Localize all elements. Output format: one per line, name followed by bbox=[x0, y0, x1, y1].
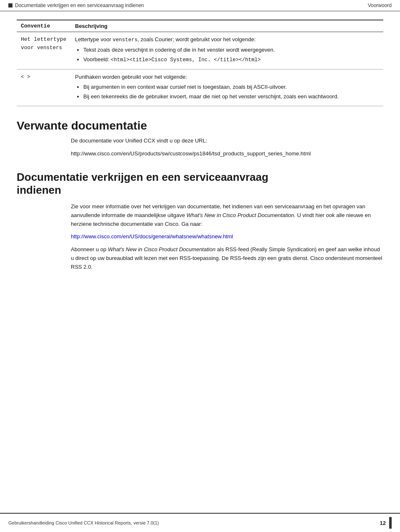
heading-line1: Documentatie verkrijgen en een serviceaa… bbox=[17, 171, 268, 183]
breadcrumb: Documentatie verkrijgen en een serviceaa… bbox=[15, 2, 144, 8]
heading-line2: indienen bbox=[17, 184, 61, 196]
convention-monospace-1: vensters bbox=[37, 45, 62, 51]
header-right-label: Voorwoord bbox=[368, 2, 392, 8]
list-item: Tekst zoals deze verschijnt in codering … bbox=[83, 46, 379, 54]
footer-page-number: 12 bbox=[380, 520, 386, 526]
bullet-list-1: Tekst zoals deze verschijnt in codering … bbox=[83, 46, 379, 64]
para2-before: Abonneer u op bbox=[71, 246, 108, 252]
list-item: Bij een tekenreeks die de gebruiker invo… bbox=[83, 92, 379, 101]
verwante-intro: De documentatie voor Unified CCX vindt u… bbox=[71, 137, 383, 145]
documentatie-link2: http://www.cisco.com/en/US/docs/general/… bbox=[71, 232, 383, 241]
top-header: Documentatie verkrijgen en een serviceaa… bbox=[0, 0, 400, 11]
section-documentatie: Documentatie verkrijgen en een serviceaa… bbox=[17, 171, 383, 272]
convention-label-1: Het lettertype voor vensters bbox=[21, 36, 66, 51]
list-item: Bij argumenten in een context waar cursi… bbox=[83, 83, 379, 91]
table-header-convention: Conventie bbox=[17, 20, 71, 32]
description-cell-1: Lettertype voor vensters, zoals Courier;… bbox=[71, 32, 383, 70]
description-intro-2: Punthaken worden gebruikt voor het volge… bbox=[75, 74, 187, 80]
bullet-list-2: Bij argumenten in een context waar cursi… bbox=[83, 83, 379, 101]
footer-label: Gebruikershandleiding Cisco Unified CCX … bbox=[8, 520, 159, 525]
convention-table: Conventie Beschrijving Het lettertype vo… bbox=[17, 20, 383, 106]
section-verwante: Verwante documentatie De documentatie vo… bbox=[17, 119, 383, 158]
footer: Gebruikershandleiding Cisco Unified CCX … bbox=[0, 513, 400, 532]
documentatie-body: Zie voor meer informatie over het verkri… bbox=[71, 202, 383, 272]
convention-cell-2: < > bbox=[17, 70, 71, 106]
documentatie-paragraph1: Zie voor meer informatie over het verkri… bbox=[71, 202, 383, 228]
list-item: Voorbeeld: <html><title>Cisco Systems, I… bbox=[83, 55, 379, 64]
section-heading-documentatie: Documentatie verkrijgen en een serviceaa… bbox=[17, 171, 383, 197]
table-row: Het lettertype voor vensters Lettertype … bbox=[17, 32, 383, 70]
main-content: Conventie Beschrijving Het lettertype vo… bbox=[0, 11, 400, 292]
convention-label-2: < > bbox=[21, 74, 30, 80]
verwante-body: De documentatie voor Unified CCX vindt u… bbox=[71, 137, 383, 158]
vensters-inline: vensters bbox=[112, 37, 138, 43]
footer-bar-icon bbox=[389, 517, 392, 529]
section-heading-verwante: Verwante documentatie bbox=[17, 119, 383, 133]
para1-italic: What's New in Cisco Product Documentatio… bbox=[187, 212, 294, 218]
para2-italic: What's New in Cisco Product Documentatio… bbox=[108, 246, 215, 252]
documentatie-paragraph2: Abonneer u op What's New in Cisco Produc… bbox=[71, 245, 383, 271]
code-example: <html><title>Cisco Systems, Inc. </title… bbox=[111, 57, 261, 63]
table-row: < > Punthaken worden gebruikt voor het v… bbox=[17, 70, 383, 106]
description-intro-1: Lettertype voor vensters, zoals Courier;… bbox=[75, 36, 256, 42]
cisco-docs-link[interactable]: http://www.cisco.com/en/US/docs/general/… bbox=[71, 233, 233, 240]
footer-right: 12 bbox=[380, 517, 392, 529]
header-square-icon bbox=[8, 3, 12, 7]
description-cell-2: Punthaken worden gebruikt voor het volge… bbox=[71, 70, 383, 106]
verwante-link[interactable]: http://www.cisco.com/en/US/products/sw/c… bbox=[71, 150, 311, 157]
convention-cell-1: Het lettertype voor vensters bbox=[17, 32, 71, 70]
header-left: Documentatie verkrijgen en een serviceaa… bbox=[8, 2, 144, 8]
table-header-beschrijving: Beschrijving bbox=[71, 20, 383, 32]
